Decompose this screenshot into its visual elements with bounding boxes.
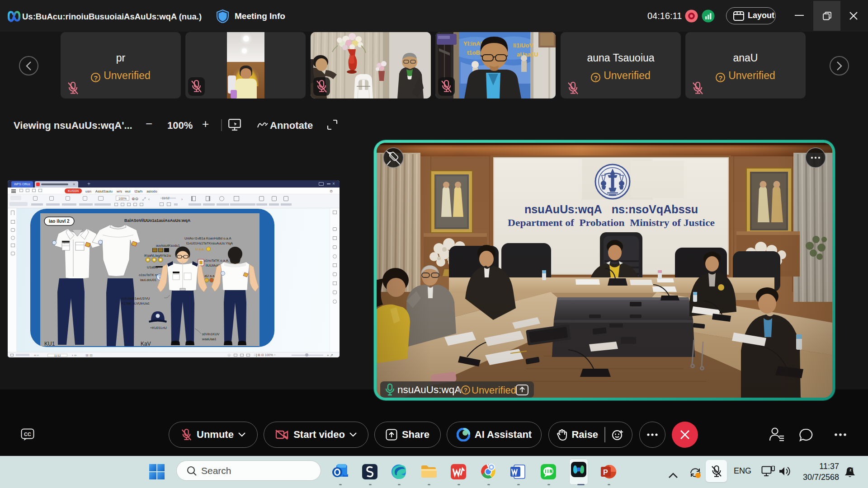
svg-text:K1TaK:aLVUlnUa1: K1TaK:aLVUlnUa1 xyxy=(122,301,150,305)
svg-text:auvlssutKsodu1: auvlssutKsodu1 xyxy=(156,244,180,248)
svg-text:P: P xyxy=(603,469,608,476)
svg-text:?: ? xyxy=(464,387,467,394)
svg-text:iao iluvl 2: iao iluvl 2 xyxy=(49,219,70,224)
svg-text:CC: CC xyxy=(24,432,31,437)
svg-text:z: z xyxy=(852,467,854,470)
svg-text:UnlAo t1vB1a KoanHsBd o.a.A: UnlAo t1vB1a KoanHsBd o.a.A xyxy=(184,236,231,240)
svg-text:aUKda@1avU1lVU: aUKda@1avU1lVU xyxy=(121,296,150,300)
svg-text:s0Vln1KUV: s0Vln1KUV xyxy=(202,332,219,336)
svg-text:+KU01LnU: +KU01LnU xyxy=(150,326,167,330)
svg-text:t1vU01Hs1TaTKnsuAuUs:YlqA: t1vU01Hs1TaTKnsuAuUs:YlqA xyxy=(186,241,233,245)
svg-text:BalASoVilUUo1a1auiAsAuUs:wqA: BalASoVilUUo1a1auiAsAuUs:wqA xyxy=(124,218,191,223)
svg-text:aUaa1U: aUaa1U xyxy=(517,51,538,58)
svg-text:KaV: KaV xyxy=(141,341,151,347)
svg-text:lKsaNLlagAYls1iu: lKsaNLlagAYls1iu xyxy=(144,253,171,258)
svg-text:lauLdoU01: lauLdoU01 xyxy=(140,278,156,282)
svg-text:U.a.a.: U.a.a. xyxy=(195,247,204,251)
svg-text:li1iUoV: li1iUoV xyxy=(513,42,533,49)
svg-text:Unverified: Unverified xyxy=(472,385,516,396)
svg-text:u1nuTaTK o.a.A.: u1nuTaTK o.a.A. xyxy=(204,258,229,263)
svg-text:waaUaa1: waaUaa1 xyxy=(202,337,217,341)
svg-text:KU1: KU1 xyxy=(44,341,55,347)
svg-text:nsuAuUs:wqA: nsuAuUs:wqA xyxy=(397,384,461,395)
